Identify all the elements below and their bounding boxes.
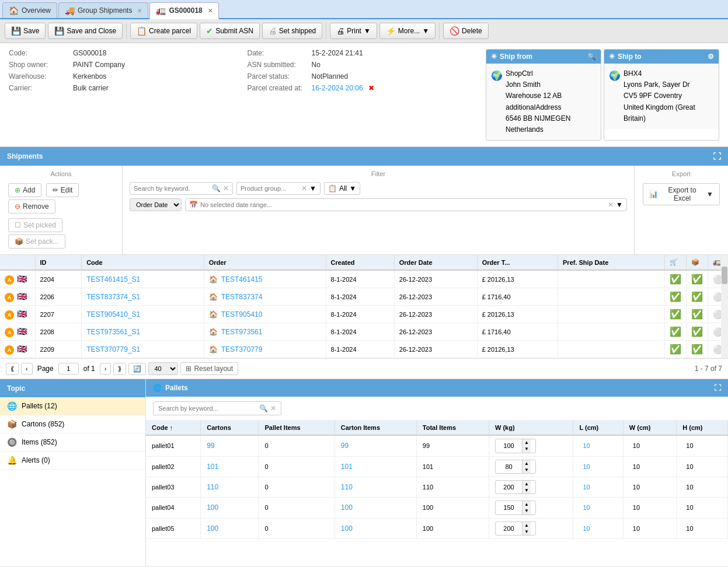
pcol-code[interactable]: Code ↑ — [146, 421, 201, 435]
w-kg-up[interactable]: ▲ — [522, 481, 531, 487]
l-cm-value[interactable]: 10 — [579, 482, 593, 492]
keyword-search-field[interactable] — [134, 185, 210, 192]
w-kg-input[interactable] — [496, 462, 522, 471]
date-range-input[interactable] — [200, 201, 605, 208]
export-excel-dropdown[interactable]: ▼ — [706, 190, 713, 198]
l-cm-value[interactable]: 10 — [579, 441, 593, 450]
order-link[interactable]: TEST973561 — [221, 328, 263, 336]
cartons-link[interactable]: 100 — [207, 503, 218, 512]
l-cm-value[interactable]: 10 — [579, 462, 593, 471]
remove-button[interactable]: ⊖ Remove — [8, 200, 55, 214]
w-kg-input[interactable] — [496, 482, 522, 492]
save-close-button[interactable]: 💾 Save and Close — [48, 23, 123, 39]
pcol-l-cm[interactable]: L (cm) — [573, 421, 623, 435]
parcel-delete-icon[interactable]: ✖ — [368, 84, 374, 92]
shipments-expand-icon[interactable]: ⛶ — [713, 152, 721, 161]
order-link[interactable]: TEST370779 — [221, 345, 263, 354]
add-button[interactable]: ⊕ Add — [8, 183, 41, 197]
export-excel-button[interactable]: 📊 Export to Excel ▼ — [643, 183, 720, 205]
set-picked-button[interactable]: ☐ Set picked — [8, 218, 62, 232]
w-kg-input[interactable] — [496, 524, 522, 533]
tab-overview[interactable]: 🏠 Overview — [2, 2, 57, 18]
page-last-btn[interactable]: ⟫ — [113, 363, 126, 375]
w-kg-input[interactable] — [496, 503, 522, 512]
date-dropdown[interactable]: ▼ — [616, 201, 623, 209]
w-kg-down[interactable]: ▼ — [522, 508, 531, 514]
w-kg-input[interactable] — [496, 441, 522, 450]
w-kg-down[interactable]: ▼ — [522, 487, 531, 494]
pcol-cartons[interactable]: Cartons — [201, 421, 259, 435]
print-button[interactable]: 🖨 Print ▼ — [330, 23, 377, 39]
pcol-pallet-items[interactable]: Pallet Items — [259, 421, 335, 435]
page-size-select[interactable]: 40 20 100 — [148, 362, 178, 375]
pallets-search-field[interactable] — [158, 405, 257, 412]
carton-items-link[interactable]: 110 — [341, 483, 353, 491]
col-order-date[interactable]: Order Date — [394, 255, 477, 270]
col-order-total[interactable]: Order T... — [477, 255, 558, 270]
ship-to-settings-icon[interactable]: ⚙ — [708, 52, 714, 61]
cartons-link[interactable]: 99 — [207, 442, 214, 450]
create-parcel-button[interactable]: 📋 Create parcel — [130, 23, 197, 39]
l-cm-value[interactable]: 10 — [579, 503, 593, 512]
reset-layout-btn[interactable]: ⊞ Reset layout — [180, 362, 238, 375]
page-first-btn[interactable]: ⟪ — [6, 363, 19, 375]
tab-group-shipments-close[interactable]: ✕ — [137, 8, 142, 14]
w-kg-down[interactable]: ▼ — [522, 467, 531, 473]
page-refresh-btn[interactable]: 🔄 — [128, 363, 146, 375]
set-pack-button[interactable]: 📦 Set pack... — [8, 235, 65, 249]
topic-item-alerts[interactable]: 🔔 Alerts (0) — [0, 452, 145, 470]
parcel-created-link[interactable]: 16-2-2024 20:06 — [312, 84, 363, 92]
order-link[interactable]: TEST905410 — [221, 310, 263, 318]
keyword-search-clear[interactable]: ✕ — [223, 184, 229, 192]
order-link[interactable]: TEST837374 — [221, 293, 263, 301]
cartons-link[interactable]: 100 — [207, 524, 218, 533]
set-shipped-button[interactable]: 🖨 Set shipped — [262, 23, 322, 39]
pallets-expand-icon[interactable]: ⛶ — [714, 384, 721, 392]
date-clear[interactable]: ✕ — [608, 201, 614, 209]
w-kg-up[interactable]: ▲ — [522, 439, 531, 446]
topic-item-cartons[interactable]: 📦 Cartons (852) — [0, 415, 145, 433]
all-dropdown[interactable]: ▼ — [349, 184, 356, 192]
delete-button[interactable]: 🚫 Delete — [443, 23, 489, 39]
tab-gs000018-close[interactable]: ✕ — [208, 8, 213, 14]
carton-items-link[interactable]: 100 — [341, 503, 353, 512]
col-created[interactable]: Created — [326, 255, 394, 270]
page-input[interactable] — [58, 363, 79, 374]
edit-button[interactable]: ✏ Edit — [46, 183, 79, 197]
pcol-h-cm[interactable]: H (cm) — [677, 421, 728, 435]
l-cm-value[interactable]: 10 — [579, 524, 593, 533]
carton-items-link[interactable]: 101 — [341, 463, 353, 471]
product-group-clear[interactable]: ✕ — [301, 184, 307, 192]
submit-asn-button[interactable]: ✔ Submit ASN — [200, 23, 260, 39]
tab-group-shipments[interactable]: 🚚 Group Shipments ✕ — [58, 2, 148, 18]
tab-gs000018[interactable]: 🚛 GS000018 ✕ — [149, 2, 218, 19]
code-link[interactable]: TEST461415_S1 — [86, 275, 140, 284]
product-group-input[interactable] — [241, 185, 299, 192]
order-date-select[interactable]: Order Date — [130, 198, 182, 211]
order-link[interactable]: TEST461415 — [221, 275, 263, 284]
cartons-link[interactable]: 101 — [207, 463, 218, 471]
pallets-search-clear[interactable]: ✕ — [270, 404, 276, 412]
col-id[interactable]: ID — [35, 255, 82, 270]
w-kg-up[interactable]: ▲ — [522, 522, 531, 528]
table-scrollbar[interactable] — [721, 255, 728, 358]
w-kg-up[interactable]: ▲ — [522, 460, 531, 467]
col-order[interactable]: Order — [204, 255, 326, 270]
col-pref-ship[interactable]: Pref. Ship Date — [558, 255, 665, 270]
topic-item-pallets[interactable]: 🌐 Pallets (12) — [0, 397, 145, 415]
pcol-w-cm[interactable]: W (cm) — [623, 421, 677, 435]
code-link[interactable]: TEST370779_S1 — [86, 345, 140, 354]
pcol-w-kg[interactable]: W (kg) — [489, 421, 573, 435]
page-next-btn[interactable]: › — [100, 363, 112, 374]
scrollbar-thumb[interactable] — [722, 267, 727, 284]
pcol-carton-items[interactable]: Carton Items — [335, 421, 416, 435]
code-link[interactable]: TEST837374_S1 — [86, 293, 140, 301]
page-prev-btn[interactable]: ‹ — [21, 363, 33, 374]
pcol-total-items[interactable]: Total Items — [416, 421, 489, 435]
ship-from-search-icon[interactable]: 🔍 — [587, 52, 596, 61]
topic-item-items[interactable]: 🔘 Items (852) — [0, 433, 145, 452]
product-group-dropdown[interactable]: ▼ — [309, 184, 316, 192]
w-kg-down[interactable]: ▼ — [522, 528, 531, 535]
carton-items-link[interactable]: 99 — [341, 442, 349, 450]
save-button[interactable]: 💾 Save — [5, 23, 46, 39]
